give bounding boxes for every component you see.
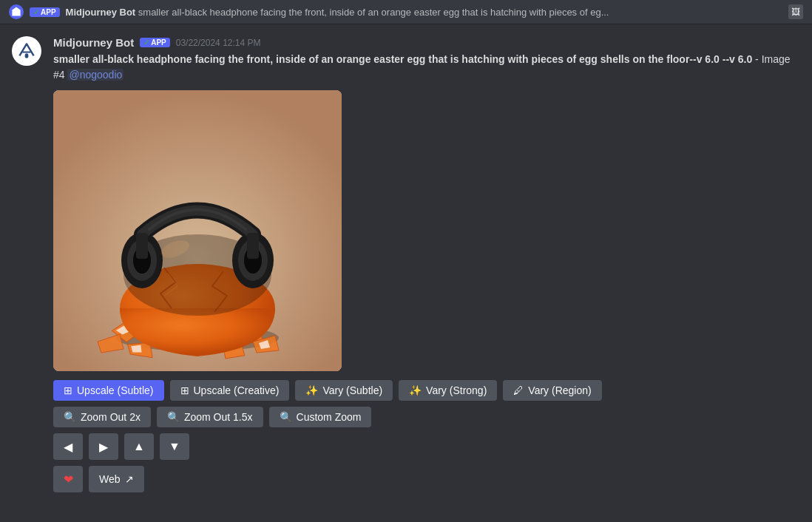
arrow-up-icon: ▲	[133, 440, 145, 453]
vary-strong-icon: ✨	[409, 384, 422, 396]
upscale-creative-label: Upscale (Creative)	[194, 384, 280, 396]
vary-region-button[interactable]: 🖊 Vary (Region)	[503, 380, 601, 401]
upscale-subtle-button[interactable]: ⊞ Upscale (Subtle)	[53, 380, 164, 401]
svg-point-1	[25, 53, 29, 58]
message-content: Midjourney Bot ✓ APP 03/22/2024 12:14 PM…	[53, 36, 800, 498]
generated-image	[53, 90, 342, 371]
mention: @nogoodio	[67, 69, 124, 81]
vary-strong-label: Vary (Strong)	[426, 384, 487, 396]
arrow-down-button[interactable]: ▼	[160, 433, 189, 460]
web-label: Web	[99, 473, 121, 485]
buttons-row-2: 🔍 Zoom Out 2x 🔍 Zoom Out 1.5x 🔍 Custom Z…	[53, 407, 800, 427]
zoom-out-2x-label: Zoom Out 2x	[81, 411, 141, 423]
arrow-right-icon: ▶	[99, 440, 108, 454]
zoom-out-2x-icon: 🔍	[64, 411, 76, 423]
main-content: Midjourney Bot ✓ APP 03/22/2024 12:14 PM…	[0, 24, 812, 510]
upscale-subtle-icon: ⊞	[64, 384, 72, 396]
zoom-out-1-5x-icon: 🔍	[167, 411, 180, 423]
prompt-text: smaller all-black headphone facing the f…	[53, 53, 752, 65]
vary-strong-button[interactable]: ✨ Vary (Strong)	[399, 380, 497, 401]
svg-rect-24	[247, 233, 259, 259]
upscale-subtle-label: Upscale (Subtle)	[77, 384, 154, 396]
web-button[interactable]: Web ↗	[89, 466, 144, 492]
web-external-icon: ↗	[125, 473, 134, 485]
buttons-row-arrows: ◀ ▶ ▲ ▼	[53, 433, 800, 460]
zoom-out-2x-button[interactable]: 🔍 Zoom Out 2x	[53, 407, 151, 427]
message-header: Midjourney Bot ✓ APP 03/22/2024 12:14 PM	[53, 36, 800, 49]
zoom-out-1-5x-label: Zoom Out 1.5x	[184, 411, 253, 423]
heart-icon: ❤	[64, 472, 73, 487]
arrow-left-button[interactable]: ◀	[53, 433, 83, 460]
arrow-left-icon: ◀	[64, 440, 72, 454]
svg-rect-23	[136, 233, 148, 259]
message-prompt: smaller all-black headphone facing the f…	[53, 52, 800, 83]
timestamp: 03/22/2024 12:14 PM	[176, 38, 261, 48]
vary-region-icon: 🖊	[513, 384, 524, 396]
custom-zoom-icon: 🔍	[280, 411, 292, 423]
upscale-creative-icon: ⊞	[180, 384, 189, 396]
svg-point-0	[15, 39, 38, 63]
avatar	[12, 36, 41, 66]
bot-name: Midjourney Bot	[53, 36, 134, 49]
vary-subtle-label: Vary (Subtle)	[322, 384, 382, 396]
buttons-row-1: ⊞ Upscale (Subtle) ⊞ Upscale (Creative) …	[53, 380, 800, 401]
custom-zoom-button[interactable]: 🔍 Custom Zoom	[269, 407, 372, 427]
zoom-out-1-5x-button[interactable]: 🔍 Zoom Out 1.5x	[157, 407, 263, 427]
heart-button[interactable]: ❤	[53, 466, 83, 492]
arrow-up-button[interactable]: ▲	[124, 433, 154, 460]
upscale-creative-button[interactable]: ⊞ Upscale (Creative)	[170, 380, 290, 401]
buttons-row-4: ❤ Web ↗	[53, 466, 800, 492]
vary-region-label: Vary (Region)	[528, 384, 591, 396]
notification-text: Midjourney Bot smaller all-black headpho…	[66, 7, 782, 18]
notification-avatar	[9, 4, 24, 19]
notification-bar: ✓ APP Midjourney Bot smaller all-black h…	[0, 0, 812, 24]
vary-subtle-icon: ✨	[305, 384, 318, 396]
notification-app-badge: ✓ APP	[30, 7, 60, 17]
arrow-right-button[interactable]: ▶	[89, 433, 118, 460]
vary-subtle-button[interactable]: ✨ Vary (Subtle)	[295, 380, 393, 401]
custom-zoom-label: Custom Zoom	[297, 411, 362, 423]
arrow-down-icon: ▼	[169, 440, 180, 453]
notification-image-icon: 🖼	[788, 4, 803, 19]
app-badge: ✓ APP	[140, 38, 170, 47]
